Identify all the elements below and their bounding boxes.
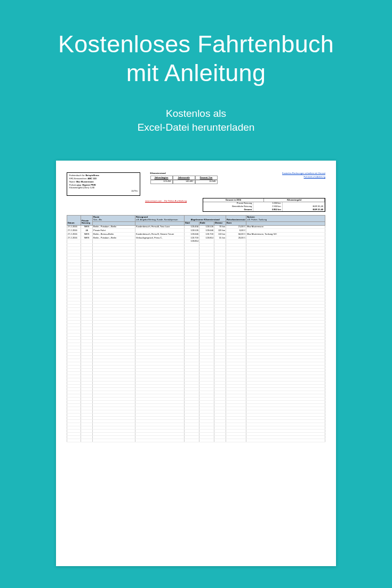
- table-row: 27.2.2016NEINBerlin - Potsdam - BerlinVe…: [67, 236, 325, 240]
- summary-box: Gesamt in 2016 Kilometergeld Private Nut…: [203, 198, 325, 212]
- anleitung-link[interactable]: Fahrtenbuch-Anleitung: [256, 176, 325, 179]
- table-row: 27.2.2016NEINBerlin - Potsdam - BerlinKu…: [67, 225, 325, 229]
- info-box: Fahrtenbuch für: Beispielfirma KFZ-Kennz…: [67, 172, 140, 196]
- page-title: Kostenloses Fahrtenbuch mit Anleitung: [58, 30, 334, 88]
- km-stand-block: Kilometerstand Jahresbeginn Jahresende G…: [150, 172, 246, 184]
- table-row: 27.2.2016JAPrivate Fahrt123.526123.64612…: [67, 229, 325, 233]
- table-row: 27.2.2016NEINBerlin - Bernau-BerlinKunde…: [67, 233, 325, 236]
- header-links: Kostenlos Rechnungen schreiben mit Zerva…: [256, 172, 325, 180]
- table-row: 123.814: [67, 240, 325, 243]
- zervant-brand-link[interactable]: www.zervant.com – Die Online-Buchhaltung: [145, 200, 187, 203]
- page-subtitle: Kostenlos als Excel-Datei herunterladen: [138, 107, 255, 134]
- log-table: Datum Private Nutzung RouteVon - Bis Rei…: [67, 215, 325, 442]
- table-row: [67, 439, 325, 442]
- zervant-link[interactable]: Kostenlos Rechnungen schreiben mit Zerva…: [256, 172, 325, 175]
- spreadsheet-preview: Fahrtenbuch für: Beispielfirma KFZ-Kennz…: [56, 161, 336, 566]
